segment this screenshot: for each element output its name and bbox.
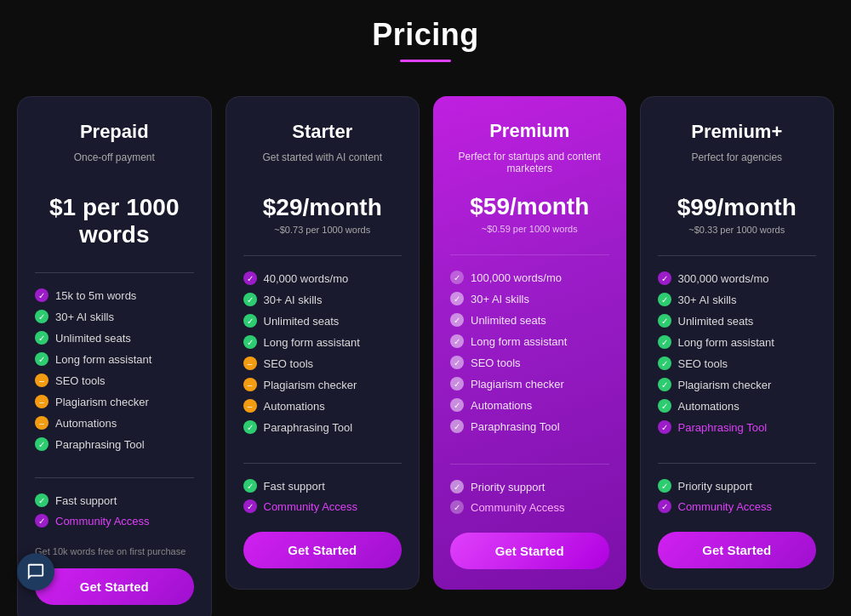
feature-item: ✓Long form assistant	[243, 335, 403, 349]
features-list: ✓100,000 words/mo✓30+ AI skills✓Unlimite…	[450, 271, 609, 445]
feature-item: ✓Paraphrasing Tool	[658, 420, 817, 434]
pricing-grid: PrepaidOnce-off payment$1 per 1000 words…	[0, 96, 851, 616]
features-list: ✓15k to 5m words✓30+ AI skills✓Unlimited…	[35, 288, 194, 459]
support-item: ✓Priority support	[450, 480, 609, 493]
get-started-button-prepaid[interactable]: Get Started	[35, 568, 194, 605]
get-started-button-premium[interactable]: Get Started	[450, 533, 609, 569]
feature-item: ✓Paraphrasing Tool	[35, 437, 194, 451]
check-purple-icon: ✓	[658, 499, 671, 513]
feature-text: Long form assistant	[471, 335, 567, 348]
support-list: ✓Fast support✓Community Access	[35, 493, 194, 534]
support-text: Fast support	[55, 494, 117, 507]
minus-orange-icon: –	[35, 374, 49, 387]
check-green-icon: ✓	[658, 479, 671, 493]
plan-price-sub: ~$0.59 per 1000 words	[450, 224, 609, 234]
support-divider	[35, 477, 194, 478]
feature-text: Unlimited seats	[678, 315, 754, 328]
chat-icon	[26, 562, 45, 581]
feature-item: –SEO tools	[243, 356, 403, 370]
support-list: ✓Priority support✓Community Access	[450, 480, 609, 521]
check-green-icon: ✓	[35, 331, 49, 345]
plan-price: $29/month	[243, 194, 403, 221]
feature-item: ✓100,000 words/mo	[450, 271, 609, 284]
plan-description: Perfect for startups and content markete…	[450, 151, 609, 178]
plan-name: Prepaid	[35, 121, 194, 143]
feature-text: Plagiarism checker	[678, 379, 772, 391]
plan-name: Premium+	[658, 121, 817, 143]
check-green-icon: ✓	[450, 292, 464, 305]
check-green-icon: ✓	[658, 399, 671, 413]
feature-text: SEO tools	[678, 357, 728, 370]
features-list: ✓300,000 words/mo✓30+ AI skills✓Unlimite…	[658, 271, 817, 444]
check-green-icon: ✓	[450, 398, 464, 412]
feature-item: ✓Automations	[658, 399, 817, 413]
plan-card-prepaid: PrepaidOnce-off payment$1 per 1000 words…	[17, 96, 212, 616]
feature-text: SEO tools	[264, 357, 314, 370]
feature-text: 30+ AI skills	[55, 311, 114, 323]
check-green-icon: ✓	[450, 313, 464, 327]
support-list: ✓Priority support✓Community Access	[658, 479, 817, 520]
check-purple-icon: ✓	[243, 499, 257, 513]
check-green-icon: ✓	[450, 356, 464, 369]
feature-text: 30+ AI skills	[471, 293, 529, 305]
title-underline	[400, 60, 451, 62]
feature-item: ✓Unlimited seats	[243, 314, 403, 328]
feature-text: SEO tools	[471, 356, 521, 369]
get-started-button-starter[interactable]: Get Started	[243, 532, 403, 568]
check-green-icon: ✓	[450, 480, 464, 493]
minus-orange-icon: –	[243, 378, 257, 391]
feature-text: 15k to 5m words	[55, 289, 136, 302]
check-green-icon: ✓	[243, 420, 257, 434]
plan-card-premium: PremiumPerfect for startups and content …	[433, 96, 626, 590]
check-green-icon: ✓	[450, 419, 464, 433]
support-text: Community Access	[264, 500, 358, 513]
check-green-icon: ✓	[243, 314, 257, 328]
feature-item: –Automations	[35, 416, 194, 430]
feature-item: ✓30+ AI skills	[450, 292, 609, 305]
minus-orange-icon: –	[35, 395, 49, 408]
support-divider	[243, 463, 403, 464]
feature-item: ✓Automations	[450, 398, 609, 412]
divider	[658, 255, 817, 256]
feature-text: Plagiarism checker	[471, 378, 564, 391]
feature-text: Paraphrasing Tool	[471, 420, 560, 433]
feature-item: –Automations	[243, 399, 403, 413]
check-green-icon: ✓	[450, 377, 464, 391]
feature-item: ✓40,000 words/mo	[243, 271, 403, 285]
plan-description: Perfect for agencies	[658, 151, 817, 179]
feature-item: ✓Unlimited seats	[35, 331, 194, 345]
plan-card-premium-plus: Premium+Perfect for agencies$99/month~$0…	[640, 96, 835, 590]
check-green-icon: ✓	[450, 334, 464, 348]
divider	[243, 255, 403, 256]
plan-description: Get started with AI content	[243, 151, 403, 179]
feature-text: 100,000 words/mo	[471, 271, 562, 284]
plan-name: Premium	[450, 120, 609, 142]
feature-item: –SEO tools	[35, 374, 194, 387]
check-purple-icon: ✓	[450, 271, 464, 284]
minus-orange-icon: –	[243, 399, 257, 413]
feature-text: Long form assistant	[55, 353, 151, 366]
feature-item: ✓30+ AI skills	[35, 310, 194, 323]
feature-text: SEO tools	[55, 374, 106, 387]
support-item: ✓Priority support	[658, 479, 817, 493]
check-green-icon: ✓	[35, 437, 49, 451]
support-item: ✓Community Access	[658, 499, 817, 513]
feature-item: ✓Unlimited seats	[658, 314, 817, 328]
feature-text: Automations	[678, 400, 740, 413]
feature-text: 30+ AI skills	[264, 294, 323, 306]
feature-item: ✓Long form assistant	[658, 335, 817, 349]
check-purple-icon: ✓	[658, 271, 671, 285]
feature-item: –Plagiarism checker	[243, 378, 403, 391]
feature-text: Automations	[471, 399, 532, 412]
plan-description: Once-off payment	[35, 151, 194, 179]
plan-card-starter: StarterGet started with AI content$29/mo…	[226, 96, 420, 590]
feature-text: Unlimited seats	[471, 314, 546, 327]
divider	[450, 254, 609, 255]
plan-price: $1 per 1000 words	[35, 194, 194, 248]
chat-bubble[interactable]	[17, 553, 54, 590]
support-item: ✓Fast support	[243, 479, 403, 493]
support-text: Priority support	[471, 481, 545, 493]
get-started-button-premium-plus[interactable]: Get Started	[658, 532, 817, 568]
feature-item: ✓Long form assistant	[450, 334, 609, 348]
feature-text: Unlimited seats	[55, 332, 131, 345]
